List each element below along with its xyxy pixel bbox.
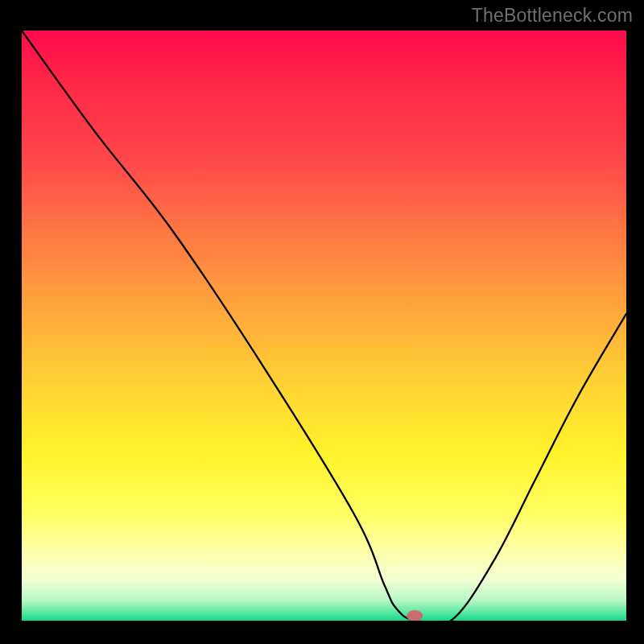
chart-root: TheBottleneck.com — [0, 0, 644, 644]
gradient-background — [22, 31, 626, 621]
plot-area — [22, 31, 626, 621]
watermark-text: TheBottleneck.com — [472, 5, 633, 27]
chart-svg — [22, 31, 626, 621]
